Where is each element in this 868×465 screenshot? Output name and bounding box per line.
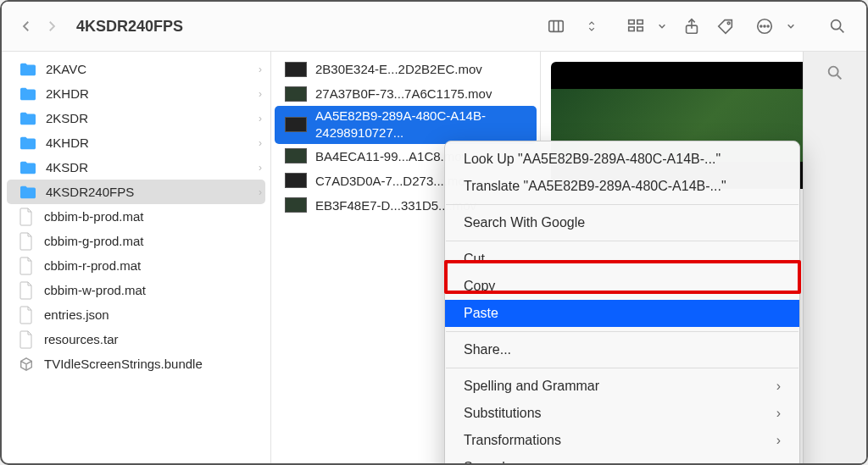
file-label: 27A37B0F-73...7A6C1175.mov bbox=[315, 86, 492, 101]
menu-separator bbox=[446, 204, 798, 205]
file-icon bbox=[19, 232, 34, 251]
more-icon[interactable] bbox=[748, 12, 782, 41]
sidebar-file[interactable]: cbbim-r-prod.mat bbox=[2, 253, 270, 278]
svg-point-10 bbox=[760, 25, 762, 27]
sidebar-item-label: cbbim-g-prod.mat bbox=[44, 234, 144, 248]
back-button[interactable] bbox=[14, 14, 39, 39]
sidebar-item-label: 2KAVC bbox=[46, 62, 86, 76]
menu-item[interactable]: Translate "AA5E82B9-289A-480C-A14B-..." bbox=[445, 173, 799, 200]
sidebar-item-label: cbbim-r-prod.mat bbox=[44, 258, 141, 273]
sidebar-file[interactable]: entries.json bbox=[2, 302, 270, 327]
sidebar-folder[interactable]: 2KSDR› bbox=[2, 106, 270, 130]
sidebar-file[interactable]: TVIdleScreenStrings.bundle bbox=[2, 352, 270, 376]
file-label: 2B30E324-E...2D2B2EC.mov bbox=[315, 62, 482, 76]
search-icon[interactable] bbox=[826, 64, 844, 86]
chevron-right-icon: › bbox=[776, 433, 781, 448]
svg-rect-4 bbox=[637, 20, 643, 25]
view-sort-icon[interactable] bbox=[575, 12, 609, 41]
file-label: AA5E82B9-289A-480C-A14B-24298910727... bbox=[315, 108, 531, 142]
svg-rect-3 bbox=[629, 20, 634, 25]
menu-item[interactable]: Search With Google bbox=[445, 209, 799, 236]
file-icon bbox=[19, 257, 34, 275]
svg-rect-0 bbox=[549, 21, 564, 32]
sidebar-file[interactable]: cbbim-w-prod.mat bbox=[2, 278, 270, 302]
menu-item[interactable]: Spelling and Grammar› bbox=[445, 373, 799, 400]
chevron-right-icon: › bbox=[776, 460, 781, 465]
folder-icon bbox=[19, 62, 37, 77]
side-search-panel bbox=[803, 52, 866, 463]
sidebar-item-label: TVIdleScreenStrings.bundle bbox=[44, 357, 203, 371]
sidebar-column: 2KAVC›2KHDR›2KSDR›4KHDR›4KSDR›4KSDR240FP… bbox=[2, 52, 271, 463]
menu-item[interactable]: Copy bbox=[445, 273, 799, 300]
folder-icon bbox=[19, 111, 37, 126]
video-thumb-icon bbox=[285, 173, 307, 188]
columns-icon[interactable] bbox=[539, 12, 573, 41]
menu-item[interactable]: Transformations› bbox=[445, 427, 799, 454]
sidebar-folder[interactable]: 4KHDR› bbox=[2, 130, 270, 155]
folder-icon bbox=[19, 185, 37, 200]
chevron-right-icon: › bbox=[776, 406, 781, 421]
sidebar-item-label: cbbim-b-prod.mat bbox=[44, 209, 144, 224]
tag-icon[interactable] bbox=[709, 12, 743, 41]
sidebar-item-label: 2KSDR bbox=[46, 111, 88, 125]
folder-icon bbox=[19, 160, 37, 175]
groups-icon[interactable] bbox=[619, 12, 653, 41]
menu-item-label: Substitutions bbox=[464, 406, 542, 421]
sidebar-file[interactable]: cbbim-g-prod.mat bbox=[2, 229, 270, 253]
folder-icon bbox=[19, 136, 37, 151]
sidebar-item-label: 2KHDR bbox=[46, 86, 89, 101]
chevron-right-icon: › bbox=[259, 137, 262, 149]
sidebar-item-label: 4KHDR bbox=[46, 136, 89, 150]
menu-item-label: Spelling and Grammar bbox=[464, 379, 599, 394]
menu-separator bbox=[446, 368, 798, 368]
file-row[interactable]: 2B30E324-E...2D2B2EC.mov bbox=[271, 57, 540, 81]
sidebar-folder[interactable]: 2KHDR› bbox=[2, 81, 270, 106]
menu-item-label: Translate "AA5E82B9-289A-480C-A14B-..." bbox=[464, 179, 726, 194]
video-thumb-icon bbox=[285, 117, 307, 132]
menu-item-label: Transformations bbox=[464, 433, 561, 448]
sidebar-file[interactable]: cbbim-b-prod.mat bbox=[2, 204, 270, 229]
svg-line-16 bbox=[837, 75, 842, 80]
chevron-right-icon: › bbox=[259, 64, 262, 75]
video-thumb-icon bbox=[285, 148, 307, 163]
sidebar-item-label: resources.tar bbox=[44, 332, 119, 346]
window-title: 4KSDR240FPS bbox=[76, 18, 183, 36]
folder-icon bbox=[19, 86, 37, 102]
menu-item-label: Share... bbox=[464, 342, 511, 357]
menu-item[interactable]: Share... bbox=[445, 336, 799, 363]
svg-point-11 bbox=[764, 25, 765, 27]
menu-item[interactable]: Substitutions› bbox=[445, 400, 799, 427]
file-icon bbox=[19, 330, 34, 349]
context-menu: Look Up "AA5E82B9-289A-480C-A14B-..."Tra… bbox=[444, 141, 800, 465]
video-thumb-icon bbox=[285, 86, 307, 102]
svg-point-15 bbox=[829, 67, 838, 76]
sidebar-item-label: cbbim-w-prod.mat bbox=[44, 283, 146, 297]
chevron-down-icon[interactable] bbox=[783, 12, 798, 41]
file-icon bbox=[19, 281, 34, 300]
sidebar-folder[interactable]: 4KSDR› bbox=[2, 155, 270, 180]
menu-item[interactable]: Look Up "AA5E82B9-289A-480C-A14B-..." bbox=[445, 146, 799, 173]
file-icon bbox=[19, 306, 34, 324]
share-icon[interactable] bbox=[675, 12, 709, 41]
search-icon[interactable] bbox=[821, 12, 854, 41]
menu-item-label: Speech bbox=[464, 460, 509, 465]
sidebar-file[interactable]: resources.tar bbox=[2, 327, 270, 352]
menu-item-label: Paste bbox=[464, 306, 498, 321]
chevron-down-icon[interactable] bbox=[654, 12, 670, 41]
forward-button[interactable] bbox=[39, 14, 64, 39]
sidebar-folder[interactable]: 2KAVC› bbox=[2, 57, 270, 81]
menu-item[interactable]: Speech› bbox=[445, 454, 799, 465]
svg-rect-5 bbox=[629, 27, 634, 31]
file-row[interactable]: AA5E82B9-289A-480C-A14B-24298910727... bbox=[275, 106, 537, 144]
menu-item-label: Look Up "AA5E82B9-289A-480C-A14B-..." bbox=[464, 152, 721, 167]
menu-item-label: Cut bbox=[464, 252, 485, 267]
menu-item[interactable]: Paste bbox=[445, 300, 799, 327]
menu-item[interactable]: Cut bbox=[445, 246, 799, 273]
file-row[interactable]: 27A37B0F-73...7A6C1175.mov bbox=[271, 81, 540, 106]
svg-point-8 bbox=[727, 22, 730, 25]
chevron-right-icon: › bbox=[259, 162, 262, 174]
sidebar-item-label: 4KSDR bbox=[46, 160, 88, 174]
file-icon bbox=[19, 208, 34, 226]
sidebar-item-label: entries.json bbox=[44, 307, 109, 322]
sidebar-folder[interactable]: 4KSDR240FPS› bbox=[7, 180, 265, 204]
